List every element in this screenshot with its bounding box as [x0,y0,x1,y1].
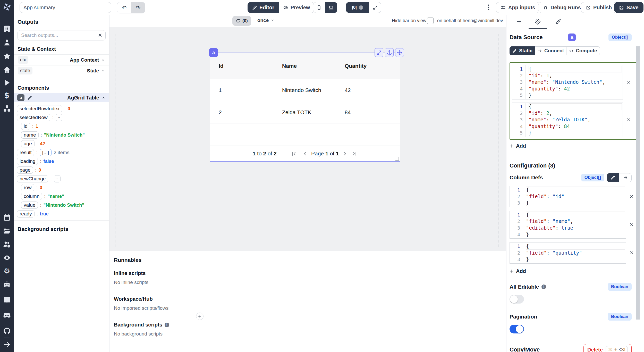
rail-star-icon[interactable] [3,52,11,60]
app-inputs-button[interactable]: App inputs [496,2,540,13]
last-page-icon[interactable] [352,151,357,156]
table-row[interactable]: 2Zelda TOTK84 [210,101,400,123]
tree-row-ready[interactable]: ready:true [17,209,109,218]
colon: : [52,115,54,120]
debug-runs-button[interactable]: Debug Runs [538,2,586,13]
rail-building-icon[interactable] [3,25,11,33]
resize-handle[interactable] [395,157,399,161]
delete-entry[interactable] [626,194,637,199]
data-source-entry-1-code[interactable]: 12345{"id": 2,"name": "Zelda TOTK","quan… [512,103,623,137]
tree-row-value[interactable]: value:"Nintendo Switch" [17,201,109,209]
pagination-toggle[interactable] [510,325,524,333]
add-row-button[interactable]: Add [510,143,641,149]
tree-row-result[interactable]: result:[...]2 items [17,148,109,157]
search-outputs-input[interactable] [18,30,106,40]
rail-person-icon[interactable] [3,39,11,46]
mode-tab-compute[interactable]: Compute [566,46,600,55]
delete-entry[interactable] [623,80,634,85]
output-row-ctx[interactable]: ctxApp Context [14,54,109,65]
tree-row-row[interactable]: row:0 [17,183,109,192]
tree-value: false [44,159,54,164]
editor-tab[interactable]: Editor [248,2,279,13]
tree-row-column[interactable]: column:"name" [17,192,109,201]
app-summary-input[interactable] [20,2,111,13]
next-page-icon[interactable] [342,151,348,156]
rail-cubes-icon[interactable] [3,105,11,112]
tree-row-selectedRow[interactable]: selectedRow:- [17,113,109,122]
tree-row-loading[interactable]: loading:false [17,157,109,166]
tree-row-page[interactable]: page:0 [17,166,109,174]
column-def-entry-1-code[interactable]: 1234{"field": "name","editable": true} [510,211,626,239]
mode-tab-connect[interactable]: Connect [535,46,566,55]
undo-button[interactable]: ↶ [117,2,131,13]
tree-row-newChange[interactable]: newChange:- [17,174,109,183]
component-settings-tab-icon[interactable] [535,19,540,24]
windmill-logo[interactable] [0,0,14,14]
rail-play-icon[interactable] [3,79,11,87]
fullscreen-button[interactable] [369,2,381,13]
rail-discord-icon[interactable] [3,312,11,319]
rename-component-icon[interactable] [27,95,32,100]
rail-eye-solid-icon[interactable] [3,254,11,262]
add-column-button[interactable]: Add [510,268,641,274]
add-background-script-button[interactable] [196,313,204,320]
mobile-view-button[interactable] [313,2,325,13]
styling-tab-icon[interactable] [555,19,561,24]
app-canvas[interactable]: a IdNameQuantity 1Nintendo Switch422Zeld… [109,27,506,251]
rail-gear-icon[interactable]: ⚙ [3,267,11,275]
hide-bar-checkbox[interactable] [427,18,434,24]
first-page-icon[interactable] [291,151,296,156]
anchor-component-button[interactable] [385,48,394,57]
object-type-pill[interactable]: Object[] [581,174,604,181]
rail-robot-icon[interactable] [3,281,11,288]
output-row-state[interactable]: stateState [14,65,109,76]
table-row[interactable]: 1Nintendo Switch42 [210,79,400,101]
tree-value-chip[interactable]: [...] [40,149,52,156]
column-def-entry-0-code[interactable]: 123{"field": "id"} [510,186,626,207]
mode-tab-static[interactable]: Static [510,46,535,55]
rail-github-icon[interactable] [3,327,11,335]
connect-mode-button[interactable] [619,173,632,182]
delete-entry[interactable] [626,222,637,227]
rail-arrow-right-icon[interactable] [3,341,11,348]
desktop-view-button[interactable] [325,2,337,13]
expand-component-button[interactable] [375,48,383,57]
rail-folder-icon[interactable] [3,227,11,235]
rail-users-gear-icon[interactable] [3,240,11,248]
refresh-policy-dropdown[interactable]: once [257,18,275,23]
rail-book-icon[interactable] [3,296,11,304]
tree-key-chip: loading [17,158,38,165]
component-list-item[interactable]: a AgGrid Table [14,93,109,102]
delete-entry[interactable] [623,118,634,122]
delete-component-button[interactable]: Delete ⌘ + ⌫ [583,344,632,352]
publish-button[interactable]: Publish [581,2,617,13]
delete-entry[interactable] [626,250,637,255]
rail-dollar-icon[interactable]: $ [3,92,11,99]
tree-row-age[interactable]: age:42 [17,139,109,148]
diff-button[interactable]: |0|i [346,2,369,13]
table-cell: Zelda TOTK [282,109,345,115]
object-type-pill[interactable]: Object[] [608,33,632,41]
tree-row-selectedRowIndex[interactable]: selectedRowIndex:0 [17,104,109,113]
preview-tab[interactable]: Preview [279,2,315,13]
aggrid-table-component[interactable]: a IdNameQuantity 1Nintendo Switch422Zeld… [210,53,400,162]
tree-row-id[interactable]: id:1 [17,122,109,131]
chevron-up-icon[interactable] [101,96,106,100]
more-menu-button[interactable] [484,4,492,11]
previous-page-icon[interactable] [302,151,308,156]
redo-button[interactable]: ↷ [131,2,145,13]
tree-row-name[interactable]: name:"Nintendo Switch" [17,131,109,139]
all-editable-toggle[interactable] [510,295,524,304]
rail-home-icon[interactable] [3,66,11,74]
data-source-entry-0-code[interactable]: 12345{"id": 1,"name": "Nintendo Switch",… [512,65,623,99]
column-def-entry-2-code[interactable]: 123{"field": "quantity"} [510,242,626,264]
move-component-button[interactable] [395,48,404,57]
edit-mode-button[interactable] [607,173,619,182]
save-button[interactable]: Save [614,2,643,13]
insert-tab-icon[interactable] [516,19,522,24]
line-numbers: 1234 [510,211,523,238]
panel-scrollbar[interactable] [636,46,640,320]
refresh-button[interactable]: (0) [232,16,251,26]
rail-calendar-icon[interactable] [3,214,11,221]
clear-search-icon[interactable] [98,33,103,38]
